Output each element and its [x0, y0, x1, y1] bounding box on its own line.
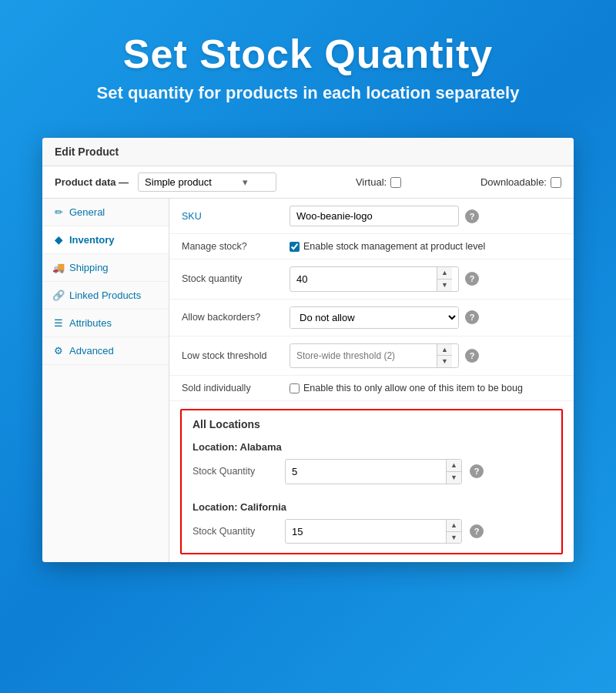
location-california-input-wrapper: ▲ ▼: [285, 519, 462, 544]
allow-backorders-help-icon[interactable]: ?: [465, 310, 479, 324]
low-stock-threshold-input-wrapper: ▲ ▼: [290, 343, 459, 369]
manage-stock-checkbox-text: Enable stock management at product level: [303, 241, 485, 252]
sku-help-icon[interactable]: ?: [465, 209, 479, 223]
form-area: SKU ? Manage stock? Enable stock managem…: [169, 199, 574, 562]
sidebar-item-advanced[interactable]: ⚙ Advanced: [42, 337, 169, 365]
sidebar-item-general[interactable]: ✏ General: [42, 199, 169, 226]
location-california-help-icon[interactable]: ?: [470, 524, 484, 538]
chevron-down-icon: ▾: [243, 176, 248, 188]
sidebar-item-linked-products[interactable]: 🔗 Linked Products: [42, 282, 169, 310]
low-stock-help-icon[interactable]: ?: [465, 349, 479, 363]
location-alabama-help-icon[interactable]: ?: [470, 464, 484, 478]
sidebar-item-shipping[interactable]: 🚚 Shipping: [42, 254, 169, 282]
low-stock-threshold-label: Low stock threshold: [182, 350, 266, 361]
manage-stock-checkbox[interactable]: [290, 242, 300, 252]
link-icon: 🔗: [53, 290, 64, 301]
location-california-stock-label: Stock Quantity: [192, 526, 277, 537]
sidebar-item-advanced-label: Advanced: [69, 345, 114, 357]
location-california-stock-input[interactable]: [286, 522, 446, 541]
allow-backorders-row: Allow backorders? Do not allow Allow All…: [169, 300, 574, 336]
location-alabama-down[interactable]: ▼: [447, 472, 461, 484]
allow-backorders-select-wrapper: Do not allow Allow Allow, but notify cus…: [290, 306, 459, 329]
sku-input[interactable]: [290, 206, 459, 226]
downloadable-checkbox-group: Downloadable:: [480, 176, 561, 188]
low-stock-threshold-spinner: ▲ ▼: [437, 344, 452, 368]
product-type-select[interactable]: Simple product ▾: [138, 172, 276, 192]
stock-quantity-down[interactable]: ▼: [437, 280, 452, 291]
sold-individually-checkbox[interactable]: [290, 383, 300, 393]
sold-individually-row: Sold individually Enable this to only al…: [169, 376, 574, 401]
location-california-down[interactable]: ▼: [447, 532, 461, 544]
sold-individually-checkbox-label[interactable]: Enable this to only allow one of this it…: [290, 383, 523, 393]
product-data-label: Product data —: [55, 176, 129, 188]
location-alabama-stock-label: Stock Quantity: [192, 466, 277, 477]
low-stock-threshold-row: Low stock threshold ▲ ▼ ?: [169, 336, 574, 377]
sidebar-item-general-label: General: [69, 206, 105, 218]
location-alabama-stock-row: Stock Quantity ▲ ▼ ?: [192, 456, 551, 487]
edit-icon: ✏: [53, 207, 64, 218]
manage-stock-label: Manage stock?: [182, 241, 247, 252]
card-header: Edit Product: [42, 138, 574, 166]
manage-stock-row: Manage stock? Enable stock management at…: [169, 234, 574, 259]
sidebar-item-linked-products-label: Linked Products: [69, 290, 141, 301]
location-alabama-up[interactable]: ▲: [447, 460, 461, 472]
low-stock-threshold-input[interactable]: [290, 346, 437, 365]
truck-icon: 🚚: [53, 263, 64, 273]
diamond-icon: ◆: [53, 235, 64, 246]
sold-individually-text: Enable this to only allow one of this it…: [303, 383, 523, 393]
location-alabama-group: Location: Alabama Stock Quantity ▲ ▼ ?: [182, 434, 561, 494]
hero-title: Set Stock Quantity: [97, 31, 520, 77]
stock-quantity-input-wrapper: ▲ ▼: [290, 266, 459, 292]
card-header-label: Edit Product: [55, 146, 119, 158]
location-california-stock-row: Stock Quantity ▲ ▼ ?: [192, 516, 551, 547]
main-content: ✏ General ◆ Inventory 🚚 Shipping 🔗 Linke…: [42, 199, 574, 562]
stock-quantity-row: Stock quantity ▲ ▼ ?: [169, 259, 574, 300]
virtual-checkbox-group: Virtual:: [356, 176, 401, 188]
hero-subtitle: Set quantity for products in each locati…: [97, 83, 520, 103]
low-stock-up[interactable]: ▲: [437, 344, 452, 357]
allow-backorders-select[interactable]: Do not allow Allow Allow, but notify cus…: [290, 307, 458, 328]
virtual-label: Virtual:: [356, 176, 387, 188]
list-icon: ☰: [53, 318, 64, 329]
sku-label[interactable]: SKU: [182, 211, 202, 222]
product-card: Edit Product Product data — Simple produ…: [42, 138, 574, 562]
downloadable-label: Downloadable:: [480, 176, 547, 188]
location-california-spinner: ▲ ▼: [446, 520, 461, 544]
location-alabama-input-wrapper: ▲ ▼: [285, 459, 462, 484]
location-alabama-stock-input[interactable]: [286, 462, 446, 481]
virtual-checkbox[interactable]: [390, 177, 401, 188]
stock-quantity-input[interactable]: [290, 270, 437, 289]
location-california-group: Location: California Stock Quantity ▲ ▼ …: [182, 494, 561, 554]
all-locations-section: All Locations Location: Alabama Stock Qu…: [180, 409, 563, 554]
manage-stock-checkbox-label[interactable]: Enable stock management at product level: [290, 241, 485, 252]
sku-row: SKU ?: [169, 199, 574, 234]
stock-quantity-spinner: ▲ ▼: [437, 267, 452, 291]
sidebar-item-inventory-label: Inventory: [69, 234, 115, 246]
hero-section: Set Stock Quantity Set quantity for prod…: [82, 0, 535, 119]
downloadable-checkbox[interactable]: [551, 177, 561, 188]
location-california-name: Location: California: [192, 497, 551, 516]
product-type-value: Simple product: [145, 176, 212, 188]
locations-header: All Locations: [182, 410, 561, 434]
location-alabama-name: Location: Alabama: [192, 437, 551, 456]
location-california-up[interactable]: ▲: [447, 520, 461, 532]
gear-icon: ⚙: [53, 346, 64, 357]
sidebar-item-attributes[interactable]: ☰ Attributes: [42, 310, 169, 337]
stock-quantity-up[interactable]: ▲: [437, 267, 452, 280]
stock-quantity-label: Stock quantity: [182, 273, 243, 284]
location-alabama-spinner: ▲ ▼: [446, 460, 461, 484]
sidebar-item-shipping-label: Shipping: [69, 262, 109, 273]
allow-backorders-label: Allow backorders?: [182, 312, 260, 323]
stock-quantity-help-icon[interactable]: ?: [465, 272, 479, 286]
sidebar-item-attributes-label: Attributes: [69, 317, 112, 329]
sidebar-item-inventory[interactable]: ◆ Inventory: [42, 226, 169, 254]
sold-individually-label: Sold individually: [182, 383, 251, 393]
product-data-bar: Product data — Simple product ▾ Virtual:…: [42, 166, 574, 199]
sidebar: ✏ General ◆ Inventory 🚚 Shipping 🔗 Linke…: [42, 199, 169, 562]
low-stock-down[interactable]: ▼: [437, 356, 452, 367]
